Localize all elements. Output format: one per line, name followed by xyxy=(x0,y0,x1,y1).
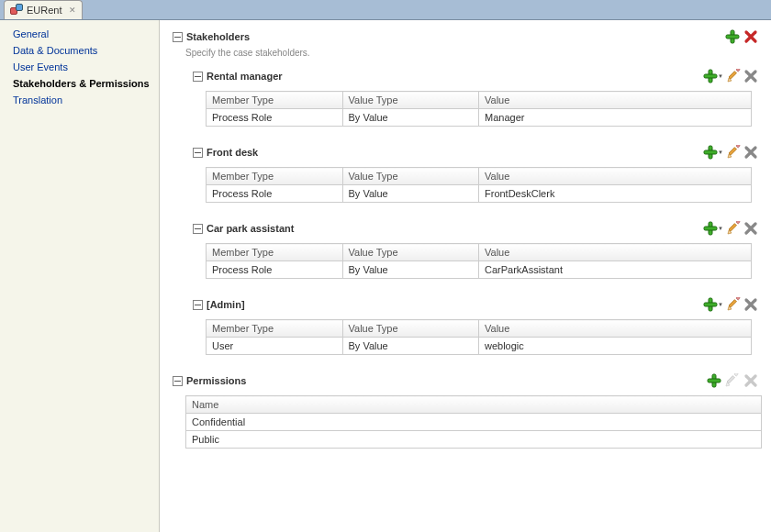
cell-name: Public xyxy=(186,431,762,449)
cell-value-type: By Value xyxy=(342,338,479,355)
collapse-toggle-icon[interactable] xyxy=(193,72,203,82)
case-icon xyxy=(10,4,23,17)
delete-stakeholder-button[interactable] xyxy=(743,29,758,44)
collapse-toggle-icon[interactable] xyxy=(193,224,203,234)
add-stakeholder-button[interactable] xyxy=(725,29,740,44)
add-member-button[interactable] xyxy=(703,221,718,236)
edit-stakeholder-button[interactable] xyxy=(727,69,742,83)
add-member-dropdown-icon[interactable]: ▼ xyxy=(718,302,723,307)
permissions-table: Name Confidential Public xyxy=(185,395,762,449)
cell-value: FrontDeskClerk xyxy=(479,185,752,203)
sidebar-item-data-documents[interactable]: Data & Documents xyxy=(0,42,159,59)
col-value-type: Value Type xyxy=(342,92,479,109)
stakeholder-block: Front desk ▼ Member Type Value Type Valu… xyxy=(193,145,758,203)
permissions-title: Permissions xyxy=(186,375,246,386)
col-value-type: Value Type xyxy=(342,168,479,185)
sidebar-item-translation[interactable]: Translation xyxy=(0,92,159,108)
content-area: Stakeholders Specify the case stakeholde… xyxy=(160,20,771,532)
table-row[interactable]: Process Role By Value CarParkAssistant xyxy=(207,261,752,279)
stakeholder-name: Rental manager xyxy=(207,71,283,82)
add-member-dropdown-icon[interactable]: ▼ xyxy=(718,226,723,231)
editor-tab[interactable]: EURent ✕ xyxy=(4,0,83,19)
delete-permission-button xyxy=(743,373,758,388)
stakeholder-name: Front desk xyxy=(207,147,258,158)
add-member-button[interactable] xyxy=(703,69,718,83)
cell-member-type: Process Role xyxy=(207,185,343,203)
cell-name: Confidential xyxy=(186,414,762,431)
col-value: Value xyxy=(479,92,752,109)
permissions-section-header: Permissions xyxy=(173,373,758,388)
table-row[interactable]: User By Value weblogic xyxy=(207,338,752,355)
add-member-button[interactable] xyxy=(703,145,718,160)
edit-stakeholder-button[interactable] xyxy=(727,297,742,312)
stakeholder-name: [Admin] xyxy=(207,299,245,310)
cell-value: CarParkAssistant xyxy=(479,261,752,279)
cell-value-type: By Value xyxy=(342,185,479,203)
table-row[interactable]: Process Role By Value Manager xyxy=(207,109,752,127)
stakeholder-members-table: Member Type Value Type Value Process Rol… xyxy=(206,91,752,127)
collapse-toggle-icon[interactable] xyxy=(173,376,183,386)
col-value-type: Value Type xyxy=(342,320,479,338)
delete-stakeholder-button[interactable] xyxy=(743,221,758,236)
stakeholder-block: Car park assistant ▼ Member Type Value T… xyxy=(193,221,758,279)
cell-value: Manager xyxy=(479,109,752,127)
cell-member-type: Process Role xyxy=(207,109,343,127)
delete-stakeholder-button[interactable] xyxy=(743,145,758,160)
col-member-type: Member Type xyxy=(207,320,343,338)
stakeholders-title: Stakeholders xyxy=(186,31,250,42)
col-name: Name xyxy=(186,396,762,414)
table-row[interactable]: Confidential xyxy=(186,414,762,431)
add-member-dropdown-icon[interactable]: ▼ xyxy=(718,150,723,155)
cell-value: weblogic xyxy=(479,338,752,355)
stakeholder-members-table: Member Type Value Type Value User By Val… xyxy=(206,319,752,355)
delete-stakeholder-button[interactable] xyxy=(743,69,758,83)
stakeholder-block: [Admin] ▼ Member Type Value Type Value U xyxy=(193,297,758,355)
collapse-toggle-icon[interactable] xyxy=(193,300,203,310)
delete-stakeholder-button[interactable] xyxy=(743,297,758,312)
tab-title: EURent xyxy=(27,5,62,16)
add-permission-button[interactable] xyxy=(707,373,721,388)
col-member-type: Member Type xyxy=(207,244,343,261)
edit-stakeholder-button[interactable] xyxy=(727,221,742,236)
stakeholders-description: Specify the case stakeholders. xyxy=(185,48,758,58)
collapse-toggle-icon[interactable] xyxy=(173,32,183,42)
sidebar-item-user-events[interactable]: User Events xyxy=(0,59,159,75)
cell-value-type: By Value xyxy=(342,261,479,279)
add-member-dropdown-icon[interactable]: ▼ xyxy=(718,73,723,79)
collapse-toggle-icon[interactable] xyxy=(193,148,203,158)
edit-stakeholder-button[interactable] xyxy=(727,145,742,160)
stakeholders-section-header: Stakeholders xyxy=(173,29,758,44)
col-value: Value xyxy=(479,244,752,261)
sidebar-item-general[interactable]: General xyxy=(0,26,159,42)
topbar xyxy=(0,0,771,20)
add-member-button[interactable] xyxy=(703,297,718,312)
cell-member-type: User xyxy=(207,338,343,355)
col-value: Value xyxy=(479,168,752,185)
edit-permission-button xyxy=(725,373,740,388)
col-value: Value xyxy=(479,320,752,338)
sidebar-item-stakeholders-permissions[interactable]: Stakeholders & Permissions xyxy=(0,75,159,92)
stakeholder-name: Car park assistant xyxy=(207,223,294,234)
cell-member-type: Process Role xyxy=(207,261,343,279)
col-member-type: Member Type xyxy=(207,168,343,185)
col-member-type: Member Type xyxy=(207,92,343,109)
stakeholder-members-table: Member Type Value Type Value Process Rol… xyxy=(206,167,752,203)
close-icon[interactable]: ✕ xyxy=(66,6,76,15)
table-row[interactable]: Process Role By Value FrontDeskClerk xyxy=(207,185,752,203)
stakeholder-members-table: Member Type Value Type Value Process Rol… xyxy=(206,243,752,279)
col-value-type: Value Type xyxy=(342,244,479,261)
cell-value-type: By Value xyxy=(342,109,479,127)
table-row[interactable]: Public xyxy=(186,431,762,449)
stakeholder-block: Rental manager ▼ Member Type Value Type … xyxy=(193,69,758,127)
sidebar: General Data & Documents User Events Sta… xyxy=(0,20,160,532)
